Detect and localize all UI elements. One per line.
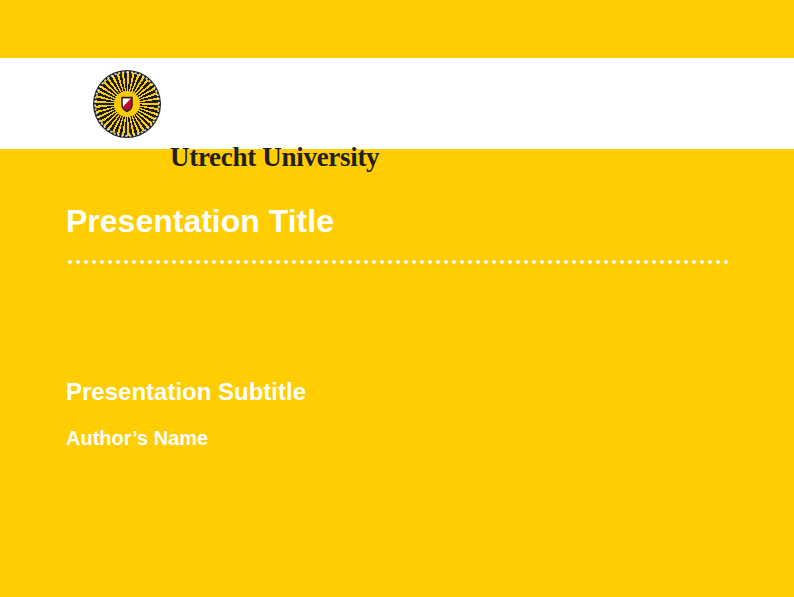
title-slide: Utrecht University Presentation Title Pr…: [0, 0, 794, 597]
header-band: Utrecht University: [0, 58, 794, 149]
presentation-subtitle: Presentation Subtitle: [66, 380, 306, 404]
university-wordmark: Utrecht University: [170, 144, 379, 171]
university-seal-icon: [93, 70, 161, 138]
author-name: Author’s Name: [66, 428, 208, 448]
dotted-divider: [66, 259, 728, 265]
presentation-title: Presentation Title: [66, 205, 334, 237]
utrecht-shield-icon: [120, 96, 134, 113]
seal-center: [114, 91, 140, 117]
